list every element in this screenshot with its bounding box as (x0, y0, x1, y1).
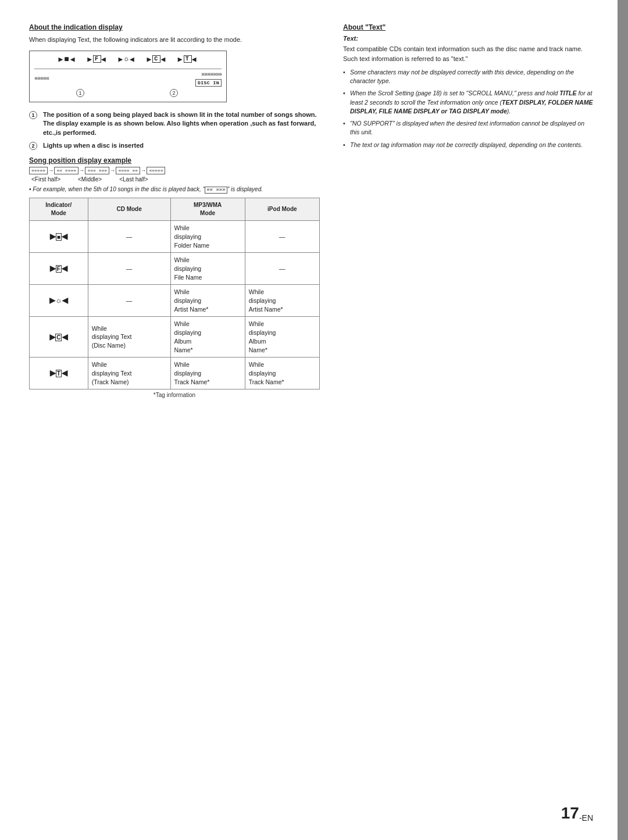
ipod-cell-2: — (245, 253, 319, 285)
cd-cell-5: Whiledisplaying Text(Track Name) (88, 358, 170, 389)
table-row: ▶C◀ Whiledisplaying Text(Disc Name) Whil… (30, 317, 320, 358)
table-header-cd: CD Mode (88, 198, 170, 221)
pos-label-middle: <Middle> (78, 176, 102, 183)
right-bullet-list: Some characters may not be displayed cor… (343, 68, 593, 149)
ipod-cell-3: WhiledisplayingArtist Name* (245, 285, 319, 317)
page-number: 17-EN (561, 804, 593, 823)
pos-label-last: <Last half> (119, 176, 148, 183)
indicator-table: Indicator/Mode CD Mode MP3/WMAMode iPod … (29, 198, 320, 389)
tag-info: *Tag information (29, 392, 320, 398)
circle-2: 2 (170, 89, 178, 97)
indicator-cell: ▶☼◀ (30, 285, 88, 317)
ipod-cell-1: — (245, 221, 319, 253)
pos-box-5: ««««« (147, 167, 165, 174)
table-row: ▶T◀ Whiledisplaying Text(Track Name) Whi… (30, 358, 320, 389)
pos-box-3: ««« »»» (85, 167, 109, 174)
right-bullet-3: "NO SUPPORT" is displayed when the desir… (343, 119, 593, 137)
ipod-cell-4: WhiledisplayingAlbumName* (245, 317, 319, 358)
song-pos-section: Song position display example »»»»» → ««… (29, 156, 320, 193)
right-column: About "Text" Text: Text compatible CDs c… (343, 23, 593, 398)
circle-1: 1 (76, 89, 84, 97)
indication-display-intro: When displaying Text, the following indi… (29, 35, 320, 45)
indicator-cell: ▶F◀ (30, 253, 88, 285)
pos-box-4: «««« »» (116, 167, 140, 174)
display-left-arrows: ««««« (34, 76, 49, 82)
num-circle-1: 1 (29, 111, 37, 119)
pos-label-first: <First half> (31, 176, 60, 183)
numbered-item-1-text: The position of a song being played back… (43, 110, 320, 138)
pos-box-2: «« »»»» (54, 167, 78, 174)
right-bullet-2: When the Scroll Setting (page 18) is set… (343, 89, 593, 116)
display-num1: 1 (34, 89, 128, 97)
cd-cell-2: — (88, 253, 170, 285)
left-column: About the indication display When displa… (29, 23, 320, 398)
display-num2: 2 (128, 89, 222, 97)
table-row: ▶☼◀ — WhiledisplayingArtist Name* Whiled… (30, 285, 320, 317)
table-header-mp3: MP3/WMAMode (170, 198, 245, 221)
disc-in-label: DISC IN (195, 79, 222, 87)
song-pos-note: • For example, when the 5th of 10 songs … (29, 186, 320, 193)
indicator-cell: ▶■◀ (30, 221, 88, 253)
mp3-cell-1: WhiledisplayingFolder Name (170, 221, 245, 253)
text-body: Text compatible CDs contain text informa… (343, 44, 593, 63)
display-right-arrows: »»»»»»» (187, 72, 222, 78)
indicator-cell: ▶T◀ (30, 358, 88, 389)
mp3-cell-2: WhiledisplayingFile Name (170, 253, 245, 285)
numbered-item-2-text: Lights up when a disc is inserted (43, 141, 144, 151)
pos-labels: <First half> <Middle> <Last half> (29, 176, 320, 183)
table-header-ipod: iPod Mode (245, 198, 319, 221)
cd-cell-3: — (88, 285, 170, 317)
display-right-section: »»»»»»» DISC IN (187, 72, 222, 87)
display-diagram: ▶■◀ ▶F◀ ▶☼◀ ▶C◀ ▶T◀ ««««« »»»»»»» DISC I… (29, 51, 227, 102)
about-text-title: About "Text" (343, 23, 593, 31)
song-pos-diagram: »»»»» → «« »»»» → ««« »»» → «««« »» → ««… (29, 167, 320, 174)
song-pos-title: Song position display example (29, 156, 320, 165)
ipod-cell-5: WhiledisplayingTrack Name* (245, 358, 319, 389)
display-arrow-row: ««««« »»»»»»» DISC IN (34, 69, 222, 87)
indication-display-title: About the indication display (29, 23, 320, 31)
sidebar-bar (618, 0, 628, 840)
pos-box-1: »»»»» (29, 167, 48, 174)
mp3-cell-5: WhiledisplayingTrack Name* (170, 358, 245, 389)
right-bullet-4: The text or tag information may not be c… (343, 141, 593, 149)
num-circle-2: 2 (29, 142, 37, 150)
indicator-cell: ▶C◀ (30, 317, 88, 358)
numbered-item-1: 1 The position of a song being played ba… (29, 110, 320, 138)
mp3-cell-4: WhiledisplayingAlbumName* (170, 317, 245, 358)
table-row: ▶F◀ — WhiledisplayingFile Name — (30, 253, 320, 285)
text-label: Text: (343, 35, 593, 42)
table-header-mode: Indicator/Mode (30, 198, 88, 221)
numbered-item-2: 2 Lights up when a disc is inserted (29, 141, 320, 151)
right-bullet-1: Some characters may not be displayed cor… (343, 68, 593, 85)
display-symbols: ▶■◀ ▶F◀ ▶☼◀ ▶C◀ ▶T◀ (34, 55, 222, 67)
cd-cell-4: Whiledisplaying Text(Disc Name) (88, 317, 170, 358)
display-numbers: 1 2 (34, 87, 222, 97)
table-row: ▶■◀ — WhiledisplayingFolder Name — (30, 221, 320, 253)
mp3-cell-3: WhiledisplayingArtist Name* (170, 285, 245, 317)
cd-cell-1: — (88, 221, 170, 253)
